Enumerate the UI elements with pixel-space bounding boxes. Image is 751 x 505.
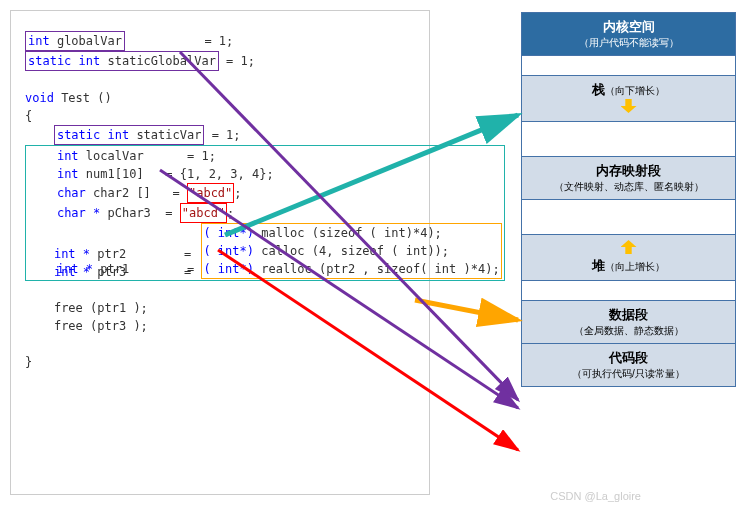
arrow-down-icon <box>621 99 637 113</box>
gap-cell <box>522 122 735 157</box>
code-line: int globalVar = 1; <box>25 31 415 51</box>
mmap-cell: 内存映射段 （文件映射、动态库、匿名映射） <box>522 157 735 200</box>
code-panel: int globalVar = 1; static int staticGlob… <box>10 10 430 495</box>
code-line: char char2 [] = "abcd"; <box>28 183 502 203</box>
code-line: free (ptr1 ); <box>25 299 415 317</box>
abcd-box-1: "abcd" <box>187 183 234 203</box>
staticvar-box: static int staticVar <box>54 125 205 145</box>
code-line: int num1[10] = {1, 2, 3, 4}; <box>28 165 502 183</box>
data-cell: 数据段 （全局数据、静态数据） <box>522 301 735 344</box>
arrow-heap <box>415 300 518 320</box>
gap-cell <box>522 200 735 235</box>
code-line: void Test () <box>25 89 415 107</box>
code-line: static int staticVar = 1; <box>25 125 415 145</box>
code-line: int localVar = 1; <box>28 147 502 165</box>
kernel-cell: 内核空间 （用户代码不能读写） <box>522 13 735 56</box>
code-cell: 代码段 （可执行代码/只读常量） <box>522 344 735 386</box>
arrow-up-icon <box>621 240 637 254</box>
gap-cell <box>522 56 735 76</box>
gap-cell <box>522 281 735 301</box>
code-line: char * pChar3 = "abcd"; <box>28 203 502 223</box>
stack-cell: 栈（向下增长） <box>522 76 735 122</box>
abcd-box-2: "abcd" <box>180 203 227 223</box>
globalvar-box: int globalVar <box>25 31 125 51</box>
code-line: free (ptr3 ); <box>25 317 415 335</box>
heap-alloc-box: ( int*) malloc (sizeof ( int)*4);( int*)… <box>201 223 501 279</box>
watermark: CSDN @La_gloire <box>550 490 641 502</box>
memory-layout-panel: 内核空间 （用户代码不能读写） 栈（向下增长） 内存映射段 （文件映射、动态库、… <box>521 12 736 387</box>
heap-cell: 堆（向上增长） <box>522 235 735 281</box>
code-line: static int staticGlobalVar = 1; <box>25 51 415 71</box>
staticglobalvar-box: static int staticGlobalVar <box>25 51 219 71</box>
